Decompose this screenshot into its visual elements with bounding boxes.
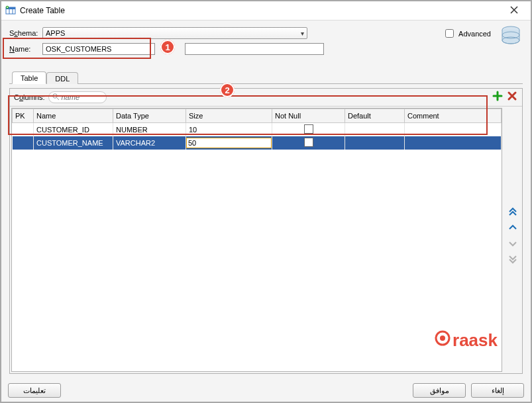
add-column-button[interactable] (492, 91, 504, 103)
name-row: Name: (9, 43, 523, 55)
columns-table: PK Name Data Type Size Not Null Default … (12, 109, 502, 150)
schema-label: Schema: (9, 29, 42, 37)
move-down-button[interactable] (507, 238, 519, 249)
col-pk[interactable]: PK (13, 109, 34, 123)
move-bottom-button[interactable] (507, 253, 519, 265)
cell-data-type[interactable]: VARCHAR2 (113, 136, 186, 150)
table-row[interactable]: CUSTOMER_NAME VARCHAR2 (13, 136, 502, 150)
close-icon (510, 5, 518, 16)
delete-icon (507, 91, 517, 104)
header-row: PK Name Data Type Size Not Null Default … (13, 109, 502, 123)
cell-comment[interactable] (405, 123, 502, 137)
svg-point-8 (53, 94, 57, 98)
svg-line-9 (57, 98, 60, 101)
cell-default[interactable] (345, 136, 405, 150)
col-size[interactable]: Size (186, 109, 272, 123)
table-icon (5, 5, 16, 16)
cell-comment[interactable] (405, 136, 502, 150)
titlebar: Create Table (1, 1, 531, 21)
size-edit-input[interactable] (186, 138, 272, 148)
cell-size[interactable]: 10 (186, 123, 272, 137)
dialog-body: Schema: APPS ▾ Name: Advanced (1, 21, 531, 379)
button-bar: تعليمات موافق إلغاء (1, 379, 531, 402)
schema-value: APPS (46, 29, 65, 37)
cell-size[interactable] (186, 136, 272, 150)
ok-button[interactable]: موافق (413, 383, 466, 398)
not-null-checkbox[interactable] (304, 138, 313, 147)
tab-table[interactable]: Table (12, 71, 46, 84)
window-title: Create Table (20, 6, 502, 15)
schema-combo[interactable]: APPS ▾ (42, 27, 307, 39)
delete-column-button[interactable] (506, 91, 518, 103)
cell-default[interactable] (345, 123, 405, 137)
create-table-dialog: Create Table Schema: APPS ▾ Name: (0, 0, 532, 403)
columns-grid[interactable]: PK Name Data Type Size Not Null Default … (11, 108, 502, 372)
cancel-button[interactable]: إلغاء (471, 383, 524, 398)
columns-label: Columns: (14, 93, 44, 101)
grid-wrap: PK Name Data Type Size Not Null Default … (10, 107, 522, 373)
reorder-controls (504, 107, 522, 373)
advanced-wrap: Advanced (443, 27, 491, 40)
col-not-null[interactable]: Not Null (272, 109, 345, 123)
tab-ddl[interactable]: DDL (46, 72, 78, 84)
columns-search-input[interactable] (60, 93, 102, 102)
col-data-type[interactable]: Data Type (113, 109, 186, 123)
not-null-checkbox[interactable] (304, 124, 313, 134)
cell-name[interactable]: CUSTOMER_ID (34, 123, 113, 137)
advanced-label: Advanced (458, 30, 491, 38)
advanced-checkbox[interactable] (445, 29, 454, 38)
name-label: Name: (9, 45, 42, 53)
database-icon (499, 24, 523, 48)
move-up-button[interactable] (507, 222, 519, 234)
close-button[interactable] (502, 3, 527, 18)
plus-icon (492, 91, 503, 104)
chevron-down-icon: ▾ (301, 30, 304, 37)
col-comment[interactable]: Comment (405, 109, 502, 123)
help-button[interactable]: تعليمات (8, 383, 61, 398)
columns-panel: Columns: (9, 88, 523, 374)
search-icon (52, 93, 60, 102)
table-row[interactable]: CUSTOMER_ID NUMBER 10 (13, 123, 502, 137)
name-extra-input[interactable] (185, 43, 324, 55)
columns-toolbar: Columns: (10, 89, 522, 107)
col-name[interactable]: Name (34, 109, 113, 123)
tabstrip: Table DDL (9, 71, 523, 84)
move-top-button[interactable] (507, 206, 519, 218)
cell-name[interactable]: CUSTOMER_NAME (34, 136, 113, 150)
columns-search[interactable] (48, 91, 107, 103)
cell-data-type[interactable]: NUMBER (113, 123, 186, 137)
col-default[interactable]: Default (345, 109, 405, 123)
name-input[interactable] (42, 43, 155, 55)
